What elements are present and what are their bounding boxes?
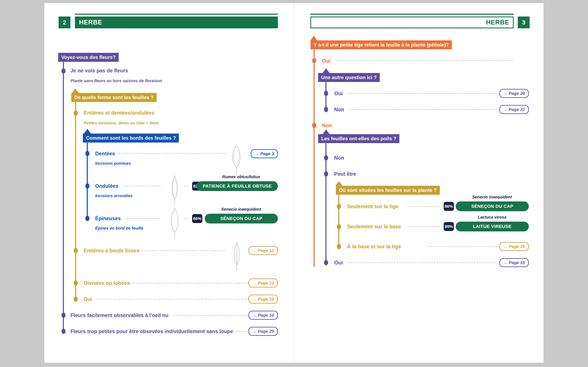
page-ref-badge[interactable]: → Page 25 [249,327,278,336]
question-forme-feuilles: De quelle forme sont les feuilles ? [71,93,156,102]
node-bullet [312,123,316,128]
node-subtitle: Incisions pointues [95,161,131,166]
dotted-connector [118,153,226,154]
left-header-rule [75,14,278,15]
dotted-connector [132,250,226,251]
dotted-connector [184,186,190,186]
species-latin-name: Lactuca virosa [455,215,529,220]
node-label: Fleurs trop petites pour être obsevées i… [70,328,233,334]
node-bullet [74,110,78,116]
node-label: Oui [334,259,343,266]
question-pointer [323,68,329,73]
node-bullet [85,216,89,221]
page-ref-badge[interactable]: → Page 15 [499,258,529,267]
node-bullet [312,58,316,63]
leaf-smooth-icon [230,242,243,271]
node-label: À la base et sur la tige [347,243,401,250]
node-label: Je ne vois pas de fleurs [70,67,128,74]
node-bullet [324,171,328,176]
page-ref-badge[interactable]: → Page 13 [249,278,278,287]
question-voyez-fleurs: Voyez-vous des fleurs? [58,53,119,62]
dotted-connector [337,60,512,61]
node-bullet [74,296,78,302]
node-bullet [85,151,89,156]
question-petiole: Y a-t-il une petite tige reliant la feui… [311,40,452,49]
node-label: Seulement sur la tige [347,203,398,209]
node-bullet [324,91,328,96]
node-subtitle: Épines en bord de feuille [95,226,144,231]
node-label: Non [322,122,332,128]
dotted-connector [409,226,440,227]
node-subtitle: Petites incisions, dents ou lobe < 5mm [84,121,159,125]
page-ref-badge[interactable]: → Page 12 [249,246,278,255]
page-ref-badge[interactable]: → Page 15 [249,295,278,304]
node-bullet [74,280,78,286]
question-pointer [323,129,329,134]
node-bullet [324,260,328,265]
node-subtitle: Incisions arrondies [95,193,132,198]
question-pointer [72,89,79,93]
match-percent-badge: 86% [192,214,202,223]
page-ref-badge[interactable]: → Page 22 [499,105,529,114]
question-pointer [336,181,342,186]
question-bords-feuilles: Comment sont les bords des feuilles ? [83,133,179,142]
dotted-connector [127,218,161,219]
species-result-pill: PATIENCE À FEUILLE OBTUSE [197,181,278,191]
right-page [294,3,544,363]
left-header-bar: HERBE [75,17,278,28]
dotted-connector [348,93,497,94]
branch-line-gold-left [75,102,76,299]
node-label: Non [334,106,344,113]
dotted-connector [121,283,248,284]
right-header-bar: HERBE [310,17,514,28]
species-latin-name: Rumex obtusifolius [204,175,278,179]
branch-line-purple-right-2 [325,143,327,263]
branch-line-purple-left [63,62,64,331]
right-header-rule [310,14,514,15]
dotted-connector [236,331,248,332]
node-bullet [337,224,341,229]
left-page-number: 2 [59,17,70,28]
node-bullet [324,155,328,160]
dotted-connector [123,186,161,186]
node-bullet [85,183,89,189]
node-label: Oui [334,90,343,96]
node-bullet [337,244,341,249]
node-label: Épineuses [95,215,121,221]
match-percent-badge: 86% [444,202,454,211]
question-poils: Les feuilles ont-elles des poils ? [318,134,399,143]
species-result-pill: SÉNEÇON DU CAP [456,201,529,211]
node-label: Non [334,155,344,161]
left-header-title: HERBE [79,19,102,26]
leaf-serrated-icon [229,144,244,175]
match-percent-badge: 99% [444,222,454,231]
dotted-connector [184,218,190,219]
node-bullet [61,313,66,318]
species-latin-name: Senecio inaequident [204,207,278,212]
dotted-connector [173,315,248,316]
dotted-connector [428,246,497,247]
page-ref-badge[interactable]: → Page 15 [499,242,529,251]
question-autre: Une autre question ici ? [318,73,380,82]
species-latin-name: Senecio inaequident [455,195,529,200]
node-label: Oui [322,58,330,64]
page-ref-badge[interactable]: → Page 20 [499,89,529,98]
node-bullet [74,248,78,253]
leaf-spiny-icon [167,208,182,239]
species-result-pill: SÉNEÇON DU CAP [205,214,278,224]
branch-line-gold-right [338,195,339,247]
node-label: Oui [84,296,92,302]
node-bullet [324,107,328,112]
page-ref-badge[interactable]: → Page 3 [251,149,278,158]
node-label: Peut être [334,171,356,177]
right-header-title: HERBE [486,19,509,26]
right-page-number: 3 [518,17,530,28]
node-subtitle: Plante sans fleurs ou hors saisons de fl… [70,78,162,83]
dotted-connector [350,109,497,110]
node-label: Entières à bords lisses [84,248,139,254]
species-result-pill: LAITUE VIREUSE [456,222,529,231]
page-ref-badge[interactable]: → Page 10 [249,311,278,320]
node-label: Entières et dentées/ondulées [84,110,154,116]
question-ou-feuilles: Où sont situées les feuilles sur la plan… [336,186,440,195]
node-bullet [61,68,66,74]
